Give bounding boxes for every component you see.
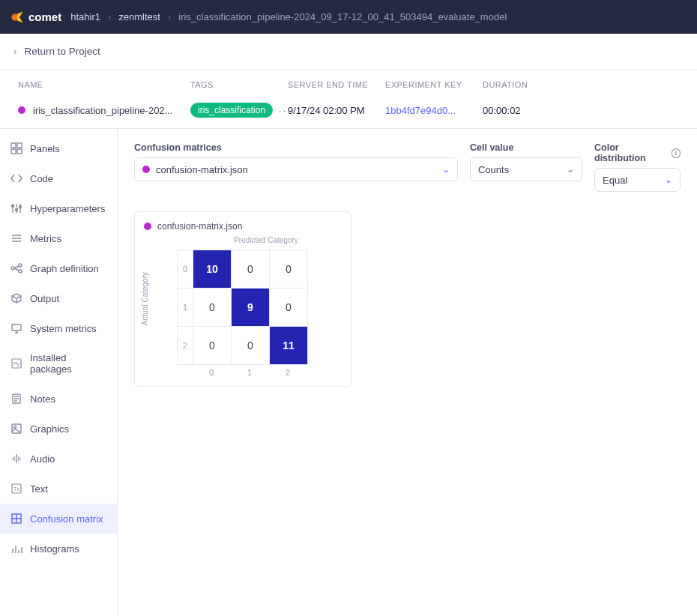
matrix-cell[interactable]: 0 xyxy=(270,289,307,326)
sidebar-item-code[interactable]: Code xyxy=(0,163,117,193)
matrix-cell[interactable]: 0 xyxy=(270,250,307,288)
col-duration: DURATION xyxy=(483,80,679,89)
svg-text:Tx: Tx xyxy=(13,486,19,492)
svg-rect-4 xyxy=(17,149,22,154)
svg-point-8 xyxy=(11,267,14,270)
matrices-select[interactable]: confusion-matrix.json ⌄ xyxy=(134,157,458,181)
matrix-title: confusion-matrix.json xyxy=(144,221,342,232)
matrices-select-value: confusion-matrix.json xyxy=(156,164,248,175)
svg-point-7 xyxy=(19,206,22,208)
color-dist-label: Color distribution i xyxy=(594,142,681,163)
svg-rect-11 xyxy=(12,324,21,330)
experiment-table-header: NAME TAGS SERVER END TIME EXPERIMENT KEY… xyxy=(0,70,697,97)
sidebar-item-hyperparameters[interactable]: Hyperparameters xyxy=(0,193,117,223)
col-label: 2 xyxy=(269,368,307,377)
experiment-tags-cell: iris_classification ··· xyxy=(190,103,288,118)
color-dot-icon xyxy=(142,166,150,173)
main: PanelsCodeHyperparametersMetricsGraph de… xyxy=(0,129,697,615)
cell-value-select-group: Cell value Counts ⌄ xyxy=(470,142,582,181)
matrix-wrap: Predicted Category Actual Category 01000… xyxy=(144,235,342,377)
confusion-matrix-icon xyxy=(10,513,22,525)
sidebar-item-label: System metrics xyxy=(30,323,97,334)
metrics-icon xyxy=(10,232,22,244)
breadcrumb-user[interactable]: htahir1 xyxy=(70,11,100,22)
audio-icon xyxy=(10,453,22,465)
matrix-cell[interactable]: 11 xyxy=(270,327,307,364)
sidebar-item-histograms[interactable]: Histograms xyxy=(0,534,117,564)
col-exp-key: EXPERIMENT KEY xyxy=(385,80,483,89)
sidebar-item-metrics[interactable]: Metrics xyxy=(0,223,117,253)
col-name: NAME xyxy=(18,80,190,89)
chevron-down-icon: ⌄ xyxy=(665,175,672,185)
breadcrumb-sep: › xyxy=(168,11,171,22)
chevron-left-icon: ‹ xyxy=(13,46,17,57)
info-icon[interactable]: i xyxy=(672,148,681,158)
sidebar-item-audio[interactable]: Audio xyxy=(0,444,117,474)
color-dist-select-value: Equal xyxy=(603,175,627,186)
sidebar-item-confusion-matrix[interactable]: Confusion matrix xyxy=(0,504,117,534)
notes-icon xyxy=(10,393,22,405)
sidebar-item-panels[interactable]: Panels xyxy=(0,133,117,163)
svg-rect-3 xyxy=(11,149,16,154)
experiment-name-cell: iris_classification_pipeline-202... xyxy=(18,105,190,116)
matrix-cell[interactable]: 9 xyxy=(232,289,269,326)
sidebar-item-graphics[interactable]: Graphics xyxy=(0,414,117,444)
svg-text:Py: Py xyxy=(13,361,20,367)
breadcrumb-project[interactable]: zenmltest xyxy=(118,11,160,22)
breadcrumbs: htahir1 › zenmltest › iris_classificatio… xyxy=(70,11,507,22)
sidebar-item-label: Audio xyxy=(30,453,55,465)
matrix-grid: 01000109020011 xyxy=(177,250,308,365)
matrix-cell[interactable]: 0 xyxy=(193,289,231,326)
content: Confusion matrices confusion-matrix.json… xyxy=(118,129,697,615)
sidebar-item-label: Histograms xyxy=(30,543,79,555)
return-to-project[interactable]: ‹ Return to Project xyxy=(0,34,697,70)
col-server-end: SERVER END TIME xyxy=(288,80,385,89)
sidebar-item-label: Code xyxy=(30,173,53,184)
sidebar-item-system-metrics[interactable]: System metrics xyxy=(0,313,117,343)
matrix-cell[interactable]: 0 xyxy=(193,327,231,364)
logo-text: comet xyxy=(28,10,61,23)
graphics-icon xyxy=(10,423,22,435)
sidebar-item-graph-definition[interactable]: Graph definition xyxy=(0,253,117,283)
matrix-cell[interactable]: 0 xyxy=(232,250,269,288)
sidebar-item-notes[interactable]: Notes xyxy=(0,384,117,414)
sidebar-item-label: Hyperparameters xyxy=(30,203,105,214)
color-dist-select[interactable]: Equal ⌄ xyxy=(594,168,681,192)
sidebar-item-label: Notes xyxy=(30,393,55,405)
color-dot-icon xyxy=(18,106,25,114)
matrix-cell[interactable]: 10 xyxy=(193,250,231,288)
controls-row: Confusion matrices confusion-matrix.json… xyxy=(134,142,681,192)
sidebar-item-installed-packages[interactable]: PyInstalled packages xyxy=(0,343,117,384)
hyperparameters-icon xyxy=(10,202,22,214)
tag-pill[interactable]: iris_classification xyxy=(190,103,273,118)
sidebar-item-label: Installed packages xyxy=(30,352,106,375)
sidebar-item-label: Panels xyxy=(30,143,60,154)
predicted-axis-label: Predicted Category xyxy=(190,236,342,244)
chevron-down-icon: ⌄ xyxy=(567,164,574,175)
text-icon: Tx xyxy=(10,483,22,495)
sidebar-item-label: Graph definition xyxy=(30,263,99,274)
experiment-row[interactable]: iris_classification_pipeline-202... iris… xyxy=(0,97,697,129)
col-label: 1 xyxy=(231,368,268,377)
svg-point-5 xyxy=(12,205,14,208)
sidebar-item-output[interactable]: Output xyxy=(0,283,117,313)
system-metrics-icon xyxy=(10,322,22,334)
logo[interactable]: comet xyxy=(10,10,61,24)
sidebar: PanelsCodeHyperparametersMetricsGraph de… xyxy=(0,129,118,615)
sidebar-item-label: Metrics xyxy=(30,233,61,244)
matrices-select-group: Confusion matrices confusion-matrix.json… xyxy=(134,142,458,181)
col-tags: TAGS xyxy=(190,80,288,89)
breadcrumb-sep: › xyxy=(108,11,111,22)
breadcrumb-experiment[interactable]: iris_classification_pipeline-2024_09_17-… xyxy=(178,11,507,22)
row-label: 1 xyxy=(178,289,193,326)
code-icon xyxy=(10,172,22,184)
cell-value-select[interactable]: Counts ⌄ xyxy=(470,157,582,181)
chevron-down-icon: ⌄ xyxy=(442,164,450,175)
matrices-label: Confusion matrices xyxy=(134,142,458,153)
confusion-matrix-panel: confusion-matrix.json Predicted Category… xyxy=(134,211,351,387)
svg-point-6 xyxy=(16,209,18,211)
graph-definition-icon xyxy=(10,262,22,274)
sidebar-item-text[interactable]: TxText xyxy=(0,474,117,504)
matrix-cell[interactable]: 0 xyxy=(232,327,269,364)
experiment-key-link[interactable]: 1bb4fd7e94d0... xyxy=(385,105,483,116)
